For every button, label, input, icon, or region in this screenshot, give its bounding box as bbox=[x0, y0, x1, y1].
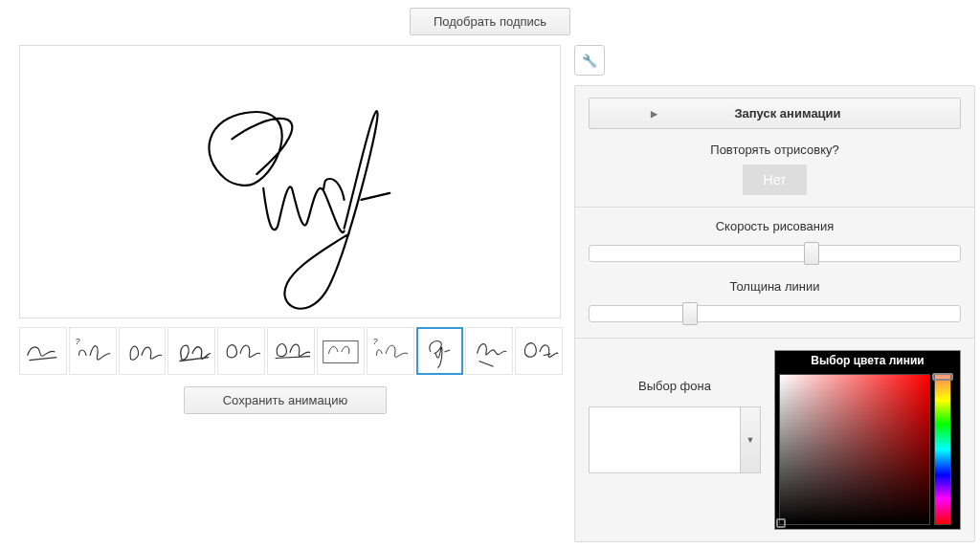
bg-dropdown-button[interactable]: ▼ bbox=[740, 406, 761, 473]
thumb-item[interactable] bbox=[465, 327, 513, 375]
thickness-slider[interactable] bbox=[589, 305, 961, 322]
repeat-toggle-button[interactable]: Нет bbox=[743, 164, 808, 195]
thumb-item[interactable] bbox=[317, 327, 365, 375]
line-color-picker: Выбор цвета линии bbox=[774, 350, 961, 530]
bg-select[interactable]: ▼ bbox=[589, 406, 761, 473]
thumb-item[interactable] bbox=[19, 327, 67, 375]
thumb-item[interactable] bbox=[515, 327, 563, 375]
chevron-down-icon: ▼ bbox=[746, 435, 755, 445]
color-picker-title: Выбор цвета линии bbox=[775, 351, 960, 370]
signature-canvas bbox=[19, 45, 561, 318]
pick-signature-button[interactable]: Подобрать подпись bbox=[410, 8, 570, 35]
thickness-slider-handle[interactable] bbox=[682, 302, 698, 325]
wrench-icon: 🔧 bbox=[582, 54, 597, 68]
sv-palette[interactable] bbox=[779, 374, 930, 525]
thumb-item[interactable] bbox=[267, 327, 315, 375]
speed-label: Скорость рисования bbox=[589, 219, 961, 233]
svg-text:?: ? bbox=[76, 337, 80, 346]
sv-cursor[interactable] bbox=[776, 518, 786, 528]
settings-panel: ▶ Запуск анимации Повторять отрисовку? Н… bbox=[574, 85, 975, 542]
svg-text:?: ? bbox=[372, 337, 377, 346]
start-animation-label: Запуск анимации bbox=[734, 106, 840, 121]
repeat-label: Повторять отрисовку? bbox=[589, 142, 961, 157]
thumb-item[interactable] bbox=[217, 327, 265, 375]
thickness-label: Толщина линии bbox=[589, 279, 961, 294]
svg-rect-1 bbox=[323, 340, 358, 362]
hue-bar[interactable] bbox=[934, 374, 951, 525]
start-animation-button[interactable]: ▶ Запуск анимации bbox=[589, 98, 961, 129]
bg-label: Выбор фона bbox=[589, 379, 761, 393]
speed-slider-handle[interactable] bbox=[804, 242, 819, 265]
thumb-item-selected[interactable] bbox=[416, 327, 464, 375]
top-button-wrap: Подобрать подпись bbox=[8, 8, 972, 35]
speed-slider[interactable] bbox=[589, 245, 961, 262]
thumb-item[interactable]: ? bbox=[367, 327, 414, 375]
signature-thumbnails: ? ? bbox=[19, 327, 563, 375]
thumb-item[interactable] bbox=[167, 327, 215, 375]
hue-cursor[interactable] bbox=[932, 373, 953, 381]
play-icon: ▶ bbox=[651, 109, 657, 119]
save-animation-button[interactable]: Сохранить анимацию bbox=[184, 386, 388, 414]
thumb-item[interactable]: ? bbox=[69, 327, 117, 375]
bg-preview bbox=[589, 406, 740, 473]
settings-button[interactable]: 🔧 bbox=[574, 45, 605, 76]
thumb-item[interactable] bbox=[119, 327, 167, 375]
